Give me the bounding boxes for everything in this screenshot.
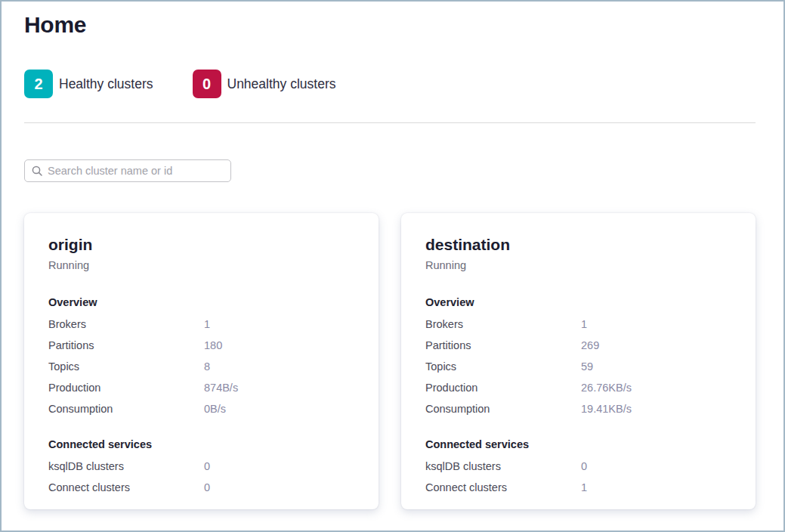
cluster-name[interactable]: destination bbox=[425, 236, 731, 254]
cluster-cards: origin Running Overview Brokers 1 Partit… bbox=[24, 213, 756, 509]
metric-label: Brokers bbox=[425, 314, 581, 335]
metric-label: Connect clusters bbox=[48, 477, 204, 498]
cluster-status: Running bbox=[48, 259, 354, 271]
healthy-clusters-stat: 2 Healthy clusters bbox=[24, 70, 153, 98]
metric-label: Partitions bbox=[425, 335, 581, 356]
metric-value: 0 bbox=[204, 477, 210, 498]
metric-row-connect: Connect clusters 0 bbox=[48, 477, 354, 498]
metric-value: 180 bbox=[204, 335, 222, 356]
metric-row-partitions: Partitions 180 bbox=[48, 335, 354, 356]
metric-label: ksqlDB clusters bbox=[425, 456, 581, 477]
connected-services-heading: Connected services bbox=[425, 438, 731, 451]
metric-value: 269 bbox=[581, 335, 599, 356]
metric-row-ksqldb: ksqlDB clusters 0 bbox=[48, 456, 354, 477]
metric-row-brokers: Brokers 1 bbox=[425, 314, 731, 335]
metric-label: Consumption bbox=[48, 398, 204, 419]
section-divider bbox=[24, 122, 756, 123]
metric-label: Brokers bbox=[48, 314, 204, 335]
metric-label: Production bbox=[48, 377, 204, 398]
cluster-card-origin[interactable]: origin Running Overview Brokers 1 Partit… bbox=[24, 213, 379, 509]
unhealthy-count-badge: 0 bbox=[193, 70, 221, 98]
metric-row-ksqldb: ksqlDB clusters 0 bbox=[425, 456, 731, 477]
metric-value: 1 bbox=[204, 314, 210, 335]
metric-value: 19.41KB/s bbox=[581, 398, 632, 419]
connected-services-heading: Connected services bbox=[48, 438, 354, 451]
metric-value: 59 bbox=[581, 356, 593, 377]
metric-value: 26.76KB/s bbox=[581, 377, 632, 398]
metric-label: Partitions bbox=[48, 335, 204, 356]
metric-label: Connect clusters bbox=[425, 477, 581, 498]
search-icon bbox=[32, 165, 42, 176]
metric-row-connect: Connect clusters 1 bbox=[425, 477, 731, 498]
unhealthy-clusters-stat: 0 Unhealthy clusters bbox=[193, 70, 336, 98]
metric-label: ksqlDB clusters bbox=[48, 456, 204, 477]
metric-label: Production bbox=[425, 377, 581, 398]
cluster-search-box[interactable] bbox=[24, 159, 231, 182]
metric-row-partitions: Partitions 269 bbox=[425, 335, 731, 356]
home-page: Home 2 Healthy clusters 0 Unhealthy clus… bbox=[2, 11, 783, 509]
metric-value: 1 bbox=[581, 314, 587, 335]
metric-value: 0 bbox=[204, 456, 210, 477]
metric-value: 0 bbox=[581, 456, 587, 477]
overview-heading: Overview bbox=[425, 295, 731, 309]
metric-label: Topics bbox=[425, 356, 581, 377]
metric-label: Consumption bbox=[425, 398, 581, 419]
metric-value: 874B/s bbox=[204, 377, 238, 398]
metric-row-production: Production 26.76KB/s bbox=[425, 377, 731, 398]
healthy-count-badge: 2 bbox=[24, 70, 53, 98]
cluster-health-summary: 2 Healthy clusters 0 Unhealthy clusters bbox=[24, 70, 756, 98]
overview-heading: Overview bbox=[48, 295, 354, 309]
healthy-clusters-label: Healthy clusters bbox=[59, 76, 153, 92]
metric-row-production: Production 874B/s bbox=[48, 377, 354, 398]
metric-row-topics: Topics 8 bbox=[48, 356, 354, 377]
cluster-card-destination[interactable]: destination Running Overview Brokers 1 P… bbox=[401, 213, 756, 509]
metric-value: 0B/s bbox=[204, 398, 226, 419]
metric-value: 8 bbox=[204, 356, 210, 377]
metric-row-consumption: Consumption 19.41KB/s bbox=[425, 398, 731, 419]
metric-row-topics: Topics 59 bbox=[425, 356, 731, 377]
cluster-search-input[interactable] bbox=[48, 165, 224, 177]
cluster-status: Running bbox=[425, 259, 731, 271]
metric-row-brokers: Brokers 1 bbox=[48, 314, 354, 335]
metric-label: Topics bbox=[48, 356, 204, 377]
cluster-name[interactable]: origin bbox=[48, 236, 354, 254]
metric-value: 1 bbox=[581, 477, 587, 498]
page-title: Home bbox=[24, 11, 756, 39]
unhealthy-clusters-label: Unhealthy clusters bbox=[227, 76, 336, 92]
metric-row-consumption: Consumption 0B/s bbox=[48, 398, 354, 419]
